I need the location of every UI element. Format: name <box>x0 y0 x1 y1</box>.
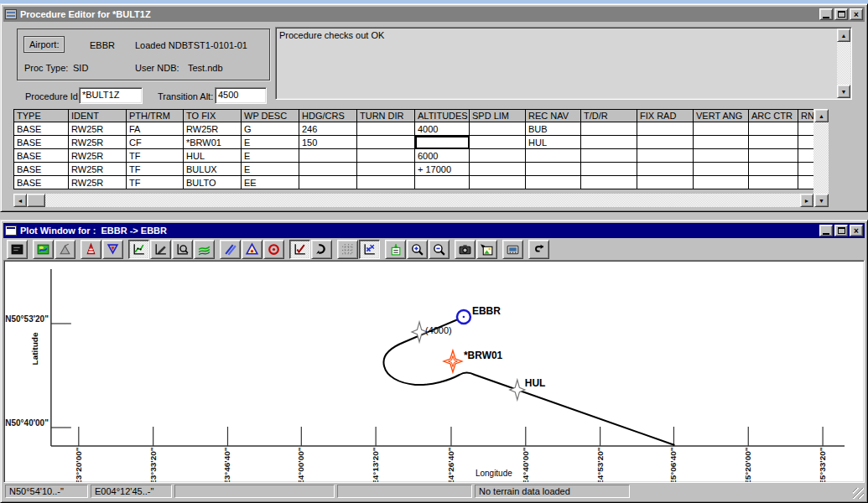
table-cell[interactable] <box>694 136 749 149</box>
table-header-cell[interactable]: VERT ANG <box>694 110 749 122</box>
plot-window-titlebar[interactable]: Plot Window for : EBBR -> EBBR × <box>3 223 865 238</box>
table-cell[interactable] <box>694 176 749 189</box>
table-cell[interactable] <box>299 163 357 176</box>
table-cell[interactable] <box>694 149 749 163</box>
table-scroll-up-icon[interactable]: ▲ <box>814 109 829 122</box>
console-button[interactable] <box>502 240 523 259</box>
table-cell[interactable] <box>749 176 798 189</box>
transition-alt-input[interactable]: 4500 <box>215 87 267 104</box>
table-cell[interactable] <box>526 176 581 189</box>
pencil-arc-button[interactable] <box>311 240 332 259</box>
table-cell[interactable]: HUL <box>526 136 581 149</box>
table-header-cell[interactable]: ALTITUDES <box>415 110 470 122</box>
table-cell[interactable] <box>526 149 581 163</box>
table-cell[interactable]: BUB <box>526 122 581 136</box>
table-cell[interactable]: BULUX <box>184 163 242 176</box>
undo-button[interactable] <box>528 240 549 259</box>
table-cell[interactable] <box>581 122 637 136</box>
procedure-id-input[interactable]: *BULT1Z <box>79 87 143 104</box>
table-cell[interactable] <box>357 149 415 163</box>
scroll-down-icon[interactable]: ▼ <box>837 85 850 98</box>
table-cell[interactable]: BASE <box>14 149 69 163</box>
table-scroll-down-icon[interactable]: ▼ <box>814 194 829 207</box>
table-cell[interactable] <box>470 122 526 136</box>
table-cell[interactable]: *BRW01 <box>184 136 242 149</box>
table-cell[interactable]: RW25R <box>69 149 127 163</box>
table-header-cell[interactable]: TO FIX <box>184 110 242 122</box>
table-header-cell[interactable]: PTH/TRM <box>127 110 184 122</box>
blackboard-button[interactable] <box>7 240 28 259</box>
table-cell[interactable] <box>694 163 749 176</box>
table-cell[interactable]: E <box>242 136 299 149</box>
camera-button[interactable] <box>455 240 476 259</box>
table-cell[interactable] <box>749 122 798 136</box>
table-cell[interactable] <box>581 136 637 149</box>
waypoint-hul-icon[interactable] <box>510 380 525 400</box>
table-header-cell[interactable]: FIX RAD <box>637 110 694 122</box>
table-scroll-left-icon[interactable]: ◄ <box>13 194 27 207</box>
table-cell[interactable] <box>415 176 470 189</box>
scroll-up-icon[interactable]: ▲ <box>837 29 850 42</box>
table-cell[interactable]: RW25R <box>69 122 127 136</box>
table-cell[interactable]: G <box>242 122 299 136</box>
airport-ebbr-icon[interactable] <box>457 310 470 324</box>
funnel-button[interactable] <box>102 240 123 259</box>
airport-button[interactable]: Airport: <box>23 36 65 53</box>
table-cell[interactable] <box>581 176 637 189</box>
table-cell[interactable]: RW25R <box>69 163 127 176</box>
grid-button[interactable] <box>337 240 358 259</box>
resize-grip[interactable] <box>853 488 864 499</box>
terrain-map-button[interactable] <box>33 240 54 259</box>
table-header-cell[interactable]: TURN DIR <box>357 110 415 122</box>
table-cell[interactable]: EE <box>242 176 299 189</box>
table-cell[interactable]: E <box>242 163 299 176</box>
zoom-extents-button[interactable] <box>385 240 406 259</box>
table-cell[interactable]: RW25R <box>69 176 127 189</box>
table-hscrollbar[interactable]: ◄ ► <box>13 194 813 207</box>
table-header-cell[interactable]: WP DESC <box>242 110 299 122</box>
table-cell[interactable] <box>581 149 637 163</box>
table-cell[interactable] <box>470 176 526 189</box>
table-cell[interactable]: TF <box>127 149 184 163</box>
table-cell[interactable] <box>470 136 526 149</box>
plot-line-button[interactable] <box>128 240 149 259</box>
table-header-cell[interactable]: IDENT <box>69 110 127 122</box>
table-cell[interactable]: 246 <box>299 122 357 136</box>
target-circle-button[interactable] <box>263 240 284 259</box>
waypoint-brw01-icon[interactable] <box>444 350 462 372</box>
table-cell[interactable] <box>357 136 415 149</box>
table-cell[interactable]: BULTO <box>184 176 242 189</box>
obstacle-cone-button[interactable] <box>81 240 101 259</box>
table-cell[interactable]: FA <box>127 122 184 136</box>
table-cell[interactable] <box>357 122 415 136</box>
table-header-cell[interactable]: HDG/CRS <box>299 110 357 122</box>
plot-minimize-button[interactable] <box>819 225 833 236</box>
table-cell[interactable] <box>637 163 694 176</box>
terrain-profile-button[interactable] <box>55 240 75 259</box>
table-hscroll-thumb[interactable] <box>27 194 45 207</box>
table-cell[interactable] <box>637 149 694 163</box>
export-image-button[interactable] <box>476 240 497 259</box>
table-cell[interactable] <box>299 149 357 163</box>
plot-bands-button[interactable] <box>194 240 215 259</box>
plot-zoom-button[interactable] <box>172 240 193 259</box>
table-cell[interactable]: 150 <box>299 136 357 149</box>
maximize-button[interactable] <box>834 8 848 20</box>
plot-maximize-button[interactable] <box>834 225 848 236</box>
table-cell[interactable] <box>357 163 415 176</box>
table-cell[interactable]: RW25R <box>184 122 242 136</box>
table-vscrollbar[interactable]: ▲ ▼ <box>813 109 829 207</box>
minimize-button[interactable] <box>819 8 833 20</box>
zoom-out-button[interactable] <box>429 240 450 259</box>
procedure-message-box[interactable]: Procedure checks out OK ▲ ▼ <box>275 27 852 100</box>
table-cell[interactable]: BASE <box>14 122 69 136</box>
table-cell[interactable] <box>357 176 415 189</box>
plot-canvas[interactable]: E3°20'00"E3°33'20"E3°46'40"E4°00'00"E4°1… <box>3 260 865 483</box>
table-cell[interactable] <box>694 122 749 136</box>
table-cell[interactable] <box>470 149 526 163</box>
procedure-editor-titlebar[interactable]: Procedure Editor for *BULT1Z × <box>3 7 865 22</box>
table-header-cell[interactable]: ARC CTR <box>749 110 798 122</box>
table-cell[interactable] <box>526 163 581 176</box>
plot-edit-button[interactable] <box>150 240 171 259</box>
table-cell[interactable]: BASE <box>14 163 69 176</box>
